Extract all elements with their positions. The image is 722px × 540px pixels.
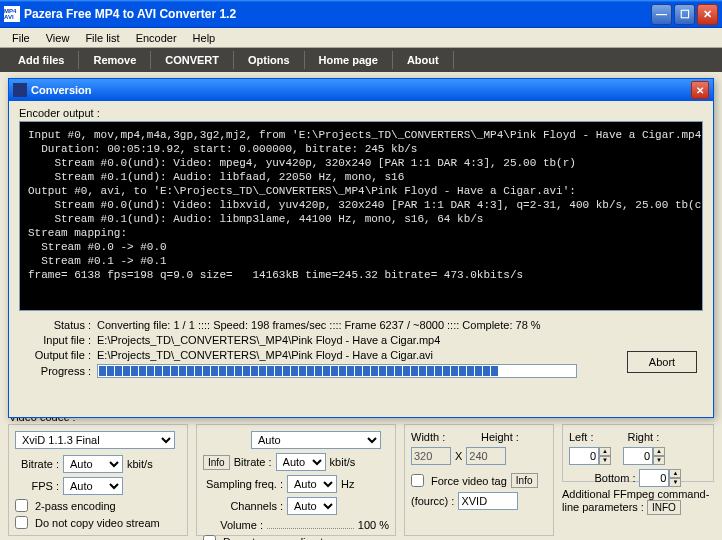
progress-label: Progress :: [19, 365, 97, 377]
menu-encoder[interactable]: Encoder: [128, 30, 185, 46]
audio-bitrate-select[interactable]: Auto: [276, 453, 326, 471]
x-sep: X: [455, 450, 462, 462]
abort-button[interactable]: Abort: [627, 351, 697, 373]
right-label: Right :: [627, 431, 659, 443]
nocopy-audio-label: Do not copy audio stream: [223, 536, 348, 541]
toolbar-homepage[interactable]: Home page: [305, 51, 393, 69]
toolbar-about[interactable]: About: [393, 51, 454, 69]
maximize-button[interactable]: ☐: [674, 4, 695, 25]
bottom-label: Bottom :: [595, 472, 636, 484]
video-codec-select[interactable]: XviD 1.1.3 Final: [15, 431, 175, 449]
video-fps-select[interactable]: Auto: [63, 477, 123, 495]
audio-bitrate-label: Bitrate :: [234, 456, 272, 468]
force-tag-checkbox[interactable]: [411, 474, 424, 487]
conversion-close-button[interactable]: ✕: [691, 81, 709, 99]
width-input: [411, 447, 451, 465]
output-file-label: Output file :: [19, 349, 97, 361]
menubar: File View File list Encoder Help: [0, 28, 722, 48]
nocopy-video-checkbox[interactable]: [15, 516, 28, 529]
video-codec-group: Video codec : XviD 1.1.3 Final Bitrate :…: [8, 424, 188, 536]
twopass-label: 2-pass encoding: [35, 500, 116, 512]
nocopy-audio-checkbox[interactable]: [203, 535, 216, 540]
video-bitrate-unit: kbit/s: [127, 458, 153, 470]
sampling-label: Sampling freq. :: [203, 478, 283, 490]
input-file-value: E:\Projects_TD\_CONVERTERS\_MP4\Pink Flo…: [97, 334, 703, 346]
force-tag-label: Force video tag: [431, 475, 507, 487]
additional-info-button[interactable]: INFO: [647, 500, 681, 515]
sampling-select[interactable]: Auto: [287, 475, 337, 493]
height-input: [466, 447, 506, 465]
audio-info-button[interactable]: Info: [203, 455, 230, 470]
audio-group: Auto Info Bitrate : Auto kbit/s Sampling…: [196, 424, 396, 536]
fourcc-input[interactable]: [458, 492, 518, 510]
right-column: Left : Right : ▲▼ ▲▼ Bottom : ▲▼ Additio…: [562, 424, 714, 536]
status-label: Status :: [19, 319, 97, 331]
conversion-titlebar: Conversion ✕: [9, 79, 713, 101]
output-file-value: E:\Projects_TD\_CONVERTERS\_MP4\Pink Flo…: [97, 349, 703, 361]
left-label: Left :: [569, 431, 593, 443]
video-fps-label: FPS :: [15, 480, 59, 492]
toolbar-addfiles[interactable]: Add files: [4, 51, 79, 69]
video-bitrate-label: Bitrate :: [15, 458, 59, 470]
titlebar: MP4 AVI Pazera Free MP4 to AVI Converter…: [0, 0, 722, 28]
right-spinner[interactable]: ▲▼: [623, 447, 665, 465]
input-file-label: Input file :: [19, 334, 97, 346]
conversion-dialog: Conversion ✕ Encoder output : Input #0, …: [8, 78, 714, 418]
size-info-button[interactable]: Info: [511, 473, 538, 488]
toolbar-options[interactable]: Options: [234, 51, 305, 69]
twopass-checkbox[interactable]: [15, 499, 28, 512]
size-group: Width : Height : X Force video tag Info …: [404, 424, 554, 536]
left-spinner[interactable]: ▲▼: [569, 447, 611, 465]
volume-value: 100 %: [358, 519, 389, 531]
encoder-console: Input #0, mov,mp4,m4a,3gp,3g2,mj2, from …: [19, 121, 703, 311]
toolbar: Add files Remove CONVERT Options Home pa…: [0, 48, 722, 72]
bottom-spinner[interactable]: ▲▼: [639, 469, 681, 487]
minimize-button[interactable]: —: [651, 4, 672, 25]
video-bitrate-select[interactable]: Auto: [63, 455, 123, 473]
toolbar-remove[interactable]: Remove: [79, 51, 151, 69]
encoder-output-label: Encoder output :: [19, 107, 703, 119]
menu-file[interactable]: File: [4, 30, 38, 46]
audio-bitrate-unit: kbit/s: [330, 456, 356, 468]
window-title: Pazera Free MP4 to AVI Converter 1.2: [24, 7, 651, 21]
additional-label: Additional FFmpeg command-line parameter…: [562, 488, 709, 513]
height-label: Height :: [481, 431, 519, 443]
menu-view[interactable]: View: [38, 30, 78, 46]
conversion-icon: [13, 83, 27, 97]
fourcc-label: (fourcc) :: [411, 495, 454, 507]
app-icon: MP4 AVI: [4, 6, 20, 22]
menu-help[interactable]: Help: [185, 30, 224, 46]
sampling-unit: Hz: [341, 478, 354, 490]
channels-label: Channels :: [203, 500, 283, 512]
width-label: Width :: [411, 431, 445, 443]
nocopy-video-label: Do not copy video stream: [35, 517, 160, 529]
settings-area: Video codec : XviD 1.1.3 Final Bitrate :…: [0, 420, 722, 540]
conversion-title: Conversion: [31, 84, 92, 96]
status-value: Converting file: 1 / 1 :::: Speed: 198 f…: [97, 319, 703, 331]
channels-select[interactable]: Auto: [287, 497, 337, 515]
volume-label: Volume :: [203, 519, 263, 531]
menu-filelist[interactable]: File list: [77, 30, 127, 46]
volume-slider[interactable]: [267, 521, 354, 529]
progress-bar: [97, 364, 577, 378]
crop-group: Left : Right : ▲▼ ▲▼ Bottom : ▲▼: [562, 424, 714, 482]
close-button[interactable]: ✕: [697, 4, 718, 25]
toolbar-convert[interactable]: CONVERT: [151, 51, 234, 69]
audio-top-select[interactable]: Auto: [251, 431, 381, 449]
